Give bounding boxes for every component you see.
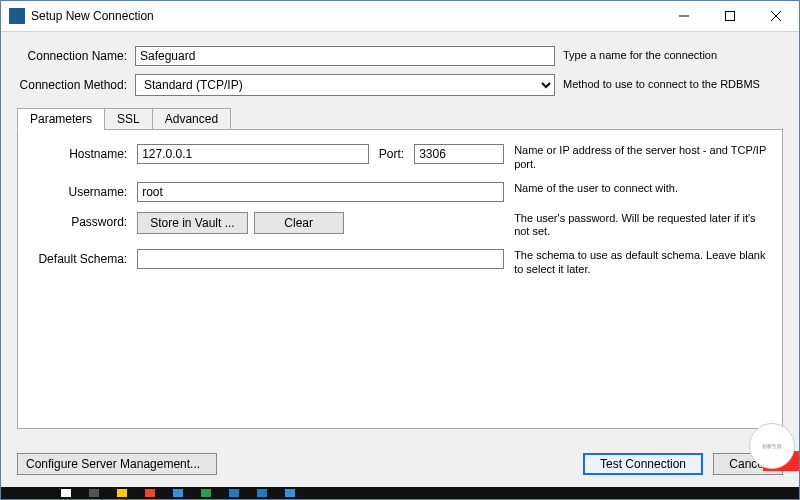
tab-parameters[interactable]: Parameters [17, 108, 105, 130]
connection-method-label: Connection Method: [17, 78, 135, 92]
password-hint: The user's password. Will be requested l… [514, 212, 772, 240]
window-title: Setup New Connection [31, 9, 661, 23]
connection-name-label: Connection Name: [17, 49, 135, 63]
port-input[interactable] [414, 144, 504, 164]
hostname-input[interactable] [137, 144, 369, 164]
minimize-button[interactable] [661, 1, 707, 31]
port-label: Port: [375, 147, 408, 161]
default-schema-label: Default Schema: [28, 249, 137, 266]
username-input[interactable] [137, 182, 504, 202]
titlebar: Setup New Connection [1, 1, 799, 32]
close-button[interactable] [753, 1, 799, 31]
default-schema-input[interactable] [137, 249, 504, 269]
hostname-hint: Name or IP address of the server host - … [514, 144, 772, 172]
watermark-icon: 创新互联 [749, 423, 795, 469]
connection-method-hint: Method to use to connect to the RDBMS [563, 78, 783, 91]
connection-name-input[interactable] [135, 46, 555, 66]
taskbar [1, 487, 799, 499]
hostname-label: Hostname: [28, 144, 137, 161]
username-hint: Name of the user to connect with. [514, 182, 772, 196]
test-connection-button[interactable]: Test Connection [583, 453, 703, 475]
tab-advanced[interactable]: Advanced [152, 108, 231, 130]
maximize-button[interactable] [707, 1, 753, 31]
tab-ssl[interactable]: SSL [104, 108, 153, 130]
connection-name-hint: Type a name for the connection [563, 49, 783, 62]
store-vault-button[interactable]: Store in Vault ... [137, 212, 248, 234]
default-schema-hint: The schema to use as default schema. Lea… [514, 249, 772, 277]
tab-body: Hostname: Port: Name or IP address of th… [17, 129, 783, 429]
username-label: Username: [28, 182, 137, 199]
password-label: Password: [28, 212, 137, 229]
configure-server-button[interactable]: Configure Server Management... [17, 453, 217, 475]
svg-rect-1 [726, 12, 735, 21]
clear-password-button[interactable]: Clear [254, 212, 344, 234]
connection-method-select[interactable]: Standard (TCP/IP) [135, 74, 555, 96]
app-icon [9, 8, 25, 24]
